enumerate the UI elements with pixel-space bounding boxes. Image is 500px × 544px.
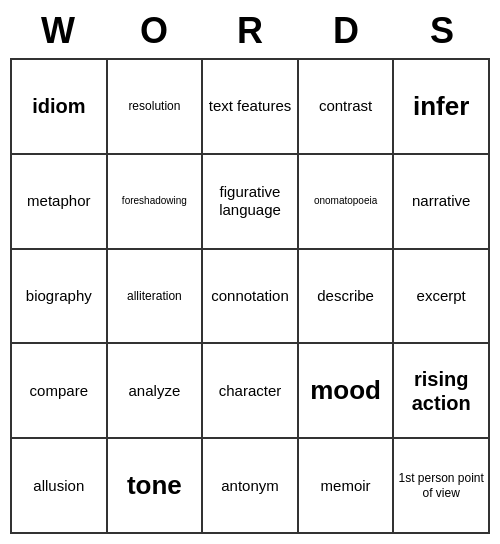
cell-text: analyze	[129, 382, 181, 400]
cell-text: onomatopoeia	[314, 195, 377, 207]
cell-text: text features	[209, 97, 292, 115]
cell-text: character	[219, 382, 282, 400]
cell-text: resolution	[128, 99, 180, 113]
cell-text: biography	[26, 287, 92, 305]
cell-r0-c0: idiom	[12, 60, 108, 155]
cell-r4-c3: memoir	[299, 439, 395, 534]
cell-r3-c0: compare	[12, 344, 108, 439]
cell-r1-c1: foreshadowing	[108, 155, 204, 250]
cell-r0-c4: infer	[394, 60, 490, 155]
cell-r0-c3: contrast	[299, 60, 395, 155]
cell-r2-c4: excerpt	[394, 250, 490, 345]
cell-text: allusion	[33, 477, 84, 495]
title-letter: D	[298, 10, 394, 52]
cell-r2-c2: connotation	[203, 250, 299, 345]
cell-r4-c2: antonym	[203, 439, 299, 534]
cell-text: idiom	[32, 94, 85, 118]
title-letter: O	[106, 10, 202, 52]
cell-text: compare	[30, 382, 88, 400]
bingo-title: WORDS	[10, 10, 490, 52]
cell-r1-c0: metaphor	[12, 155, 108, 250]
title-letter: R	[202, 10, 298, 52]
cell-r4-c0: allusion	[12, 439, 108, 534]
cell-text: 1st person point of view	[398, 471, 484, 500]
cell-r0-c2: text features	[203, 60, 299, 155]
cell-r2-c0: biography	[12, 250, 108, 345]
cell-r3-c3: mood	[299, 344, 395, 439]
cell-r4-c1: tone	[108, 439, 204, 534]
cell-text: rising action	[398, 367, 484, 415]
cell-text: figurative language	[207, 183, 293, 219]
cell-text: foreshadowing	[122, 195, 187, 207]
cell-r4-c4: 1st person point of view	[394, 439, 490, 534]
cell-r3-c1: analyze	[108, 344, 204, 439]
cell-r0-c1: resolution	[108, 60, 204, 155]
cell-r3-c4: rising action	[394, 344, 490, 439]
cell-r2-c3: describe	[299, 250, 395, 345]
cell-text: alliteration	[127, 289, 182, 303]
cell-text: mood	[310, 375, 381, 406]
cell-text: narrative	[412, 192, 470, 210]
title-letter: W	[10, 10, 106, 52]
bingo-grid: idiomresolutiontext featurescontrastinfe…	[10, 58, 490, 534]
cell-text: infer	[413, 91, 469, 122]
cell-r1-c3: onomatopoeia	[299, 155, 395, 250]
cell-text: antonym	[221, 477, 279, 495]
cell-r2-c1: alliteration	[108, 250, 204, 345]
cell-text: connotation	[211, 287, 289, 305]
cell-text: tone	[127, 470, 182, 501]
cell-text: excerpt	[417, 287, 466, 305]
cell-r1-c4: narrative	[394, 155, 490, 250]
title-letter: S	[394, 10, 490, 52]
cell-text: contrast	[319, 97, 372, 115]
cell-text: memoir	[321, 477, 371, 495]
cell-text: metaphor	[27, 192, 90, 210]
cell-r1-c2: figurative language	[203, 155, 299, 250]
cell-text: describe	[317, 287, 374, 305]
cell-r3-c2: character	[203, 344, 299, 439]
